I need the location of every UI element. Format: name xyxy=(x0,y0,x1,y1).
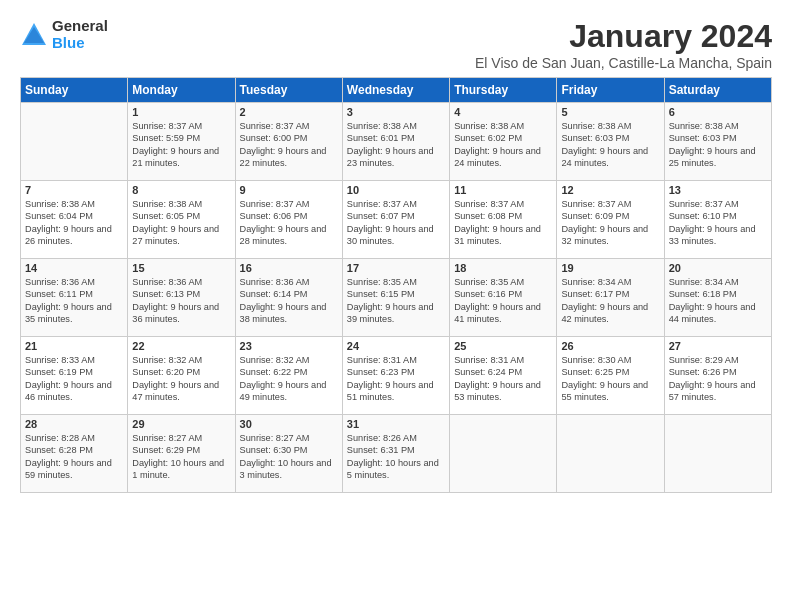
calendar-cell: 19Sunrise: 8:34 AM Sunset: 6:17 PM Dayli… xyxy=(557,259,664,337)
cell-content: Sunrise: 8:29 AM Sunset: 6:26 PM Dayligh… xyxy=(669,354,767,404)
calendar-cell: 9Sunrise: 8:37 AM Sunset: 6:06 PM Daylig… xyxy=(235,181,342,259)
cell-content: Sunrise: 8:37 AM Sunset: 5:59 PM Dayligh… xyxy=(132,120,230,170)
calendar-cell xyxy=(664,415,771,493)
day-number: 28 xyxy=(25,418,123,430)
calendar-cell xyxy=(21,103,128,181)
cell-content: Sunrise: 8:27 AM Sunset: 6:29 PM Dayligh… xyxy=(132,432,230,482)
logo-text: General Blue xyxy=(52,18,108,51)
day-number: 2 xyxy=(240,106,338,118)
title-area: January 2024 El Viso de San Juan, Castil… xyxy=(475,18,772,71)
week-row-0: 1Sunrise: 8:37 AM Sunset: 5:59 PM Daylig… xyxy=(21,103,772,181)
header-cell-sunday: Sunday xyxy=(21,78,128,103)
day-number: 29 xyxy=(132,418,230,430)
svg-marker-1 xyxy=(24,27,44,43)
calendar-cell: 17Sunrise: 8:35 AM Sunset: 6:15 PM Dayli… xyxy=(342,259,449,337)
day-number: 4 xyxy=(454,106,552,118)
month-title: January 2024 xyxy=(475,18,772,55)
header-row: SundayMondayTuesdayWednesdayThursdayFrid… xyxy=(21,78,772,103)
calendar-cell: 3Sunrise: 8:38 AM Sunset: 6:01 PM Daylig… xyxy=(342,103,449,181)
cell-content: Sunrise: 8:30 AM Sunset: 6:25 PM Dayligh… xyxy=(561,354,659,404)
cell-content: Sunrise: 8:37 AM Sunset: 6:06 PM Dayligh… xyxy=(240,198,338,248)
day-number: 23 xyxy=(240,340,338,352)
day-number: 11 xyxy=(454,184,552,196)
header-cell-thursday: Thursday xyxy=(450,78,557,103)
calendar-cell: 1Sunrise: 8:37 AM Sunset: 5:59 PM Daylig… xyxy=(128,103,235,181)
day-number: 17 xyxy=(347,262,445,274)
day-number: 8 xyxy=(132,184,230,196)
cell-content: Sunrise: 8:38 AM Sunset: 6:04 PM Dayligh… xyxy=(25,198,123,248)
calendar-cell: 26Sunrise: 8:30 AM Sunset: 6:25 PM Dayli… xyxy=(557,337,664,415)
calendar-cell: 30Sunrise: 8:27 AM Sunset: 6:30 PM Dayli… xyxy=(235,415,342,493)
logo-icon xyxy=(20,21,48,49)
calendar-cell: 7Sunrise: 8:38 AM Sunset: 6:04 PM Daylig… xyxy=(21,181,128,259)
calendar-cell: 12Sunrise: 8:37 AM Sunset: 6:09 PM Dayli… xyxy=(557,181,664,259)
day-number: 27 xyxy=(669,340,767,352)
cell-content: Sunrise: 8:36 AM Sunset: 6:13 PM Dayligh… xyxy=(132,276,230,326)
cell-content: Sunrise: 8:32 AM Sunset: 6:20 PM Dayligh… xyxy=(132,354,230,404)
calendar-cell: 11Sunrise: 8:37 AM Sunset: 6:08 PM Dayli… xyxy=(450,181,557,259)
day-number: 26 xyxy=(561,340,659,352)
calendar-cell: 4Sunrise: 8:38 AM Sunset: 6:02 PM Daylig… xyxy=(450,103,557,181)
day-number: 12 xyxy=(561,184,659,196)
day-number: 14 xyxy=(25,262,123,274)
day-number: 18 xyxy=(454,262,552,274)
calendar-cell xyxy=(450,415,557,493)
calendar-cell: 29Sunrise: 8:27 AM Sunset: 6:29 PM Dayli… xyxy=(128,415,235,493)
day-number: 9 xyxy=(240,184,338,196)
calendar-cell: 23Sunrise: 8:32 AM Sunset: 6:22 PM Dayli… xyxy=(235,337,342,415)
cell-content: Sunrise: 8:36 AM Sunset: 6:11 PM Dayligh… xyxy=(25,276,123,326)
cell-content: Sunrise: 8:37 AM Sunset: 6:09 PM Dayligh… xyxy=(561,198,659,248)
calendar-cell: 10Sunrise: 8:37 AM Sunset: 6:07 PM Dayli… xyxy=(342,181,449,259)
cell-content: Sunrise: 8:34 AM Sunset: 6:18 PM Dayligh… xyxy=(669,276,767,326)
header-cell-monday: Monday xyxy=(128,78,235,103)
cell-content: Sunrise: 8:31 AM Sunset: 6:23 PM Dayligh… xyxy=(347,354,445,404)
day-number: 15 xyxy=(132,262,230,274)
calendar-cell xyxy=(557,415,664,493)
cell-content: Sunrise: 8:38 AM Sunset: 6:03 PM Dayligh… xyxy=(561,120,659,170)
day-number: 21 xyxy=(25,340,123,352)
cell-content: Sunrise: 8:32 AM Sunset: 6:22 PM Dayligh… xyxy=(240,354,338,404)
logo-general: General xyxy=(52,18,108,35)
cell-content: Sunrise: 8:35 AM Sunset: 6:15 PM Dayligh… xyxy=(347,276,445,326)
day-number: 19 xyxy=(561,262,659,274)
cell-content: Sunrise: 8:36 AM Sunset: 6:14 PM Dayligh… xyxy=(240,276,338,326)
calendar-cell: 15Sunrise: 8:36 AM Sunset: 6:13 PM Dayli… xyxy=(128,259,235,337)
day-number: 30 xyxy=(240,418,338,430)
day-number: 24 xyxy=(347,340,445,352)
logo-blue: Blue xyxy=(52,35,108,52)
day-number: 1 xyxy=(132,106,230,118)
day-number: 22 xyxy=(132,340,230,352)
week-row-2: 14Sunrise: 8:36 AM Sunset: 6:11 PM Dayli… xyxy=(21,259,772,337)
day-number: 7 xyxy=(25,184,123,196)
calendar-cell: 28Sunrise: 8:28 AM Sunset: 6:28 PM Dayli… xyxy=(21,415,128,493)
cell-content: Sunrise: 8:38 AM Sunset: 6:01 PM Dayligh… xyxy=(347,120,445,170)
cell-content: Sunrise: 8:37 AM Sunset: 6:07 PM Dayligh… xyxy=(347,198,445,248)
day-number: 16 xyxy=(240,262,338,274)
header: General Blue January 2024 El Viso de San… xyxy=(20,18,772,71)
header-cell-tuesday: Tuesday xyxy=(235,78,342,103)
day-number: 31 xyxy=(347,418,445,430)
calendar-cell: 25Sunrise: 8:31 AM Sunset: 6:24 PM Dayli… xyxy=(450,337,557,415)
day-number: 13 xyxy=(669,184,767,196)
cell-content: Sunrise: 8:37 AM Sunset: 6:10 PM Dayligh… xyxy=(669,198,767,248)
calendar-cell: 24Sunrise: 8:31 AM Sunset: 6:23 PM Dayli… xyxy=(342,337,449,415)
cell-content: Sunrise: 8:38 AM Sunset: 6:05 PM Dayligh… xyxy=(132,198,230,248)
calendar-cell: 22Sunrise: 8:32 AM Sunset: 6:20 PM Dayli… xyxy=(128,337,235,415)
logo: General Blue xyxy=(20,18,108,51)
calendar-cell: 31Sunrise: 8:26 AM Sunset: 6:31 PM Dayli… xyxy=(342,415,449,493)
day-number: 5 xyxy=(561,106,659,118)
calendar-cell: 2Sunrise: 8:37 AM Sunset: 6:00 PM Daylig… xyxy=(235,103,342,181)
cell-content: Sunrise: 8:37 AM Sunset: 6:08 PM Dayligh… xyxy=(454,198,552,248)
calendar-cell: 16Sunrise: 8:36 AM Sunset: 6:14 PM Dayli… xyxy=(235,259,342,337)
week-row-4: 28Sunrise: 8:28 AM Sunset: 6:28 PM Dayli… xyxy=(21,415,772,493)
cell-content: Sunrise: 8:35 AM Sunset: 6:16 PM Dayligh… xyxy=(454,276,552,326)
day-number: 10 xyxy=(347,184,445,196)
cell-content: Sunrise: 8:38 AM Sunset: 6:03 PM Dayligh… xyxy=(669,120,767,170)
header-cell-wednesday: Wednesday xyxy=(342,78,449,103)
day-number: 6 xyxy=(669,106,767,118)
cell-content: Sunrise: 8:26 AM Sunset: 6:31 PM Dayligh… xyxy=(347,432,445,482)
location-title: El Viso de San Juan, Castille-La Mancha,… xyxy=(475,55,772,71)
calendar-cell: 8Sunrise: 8:38 AM Sunset: 6:05 PM Daylig… xyxy=(128,181,235,259)
week-row-3: 21Sunrise: 8:33 AM Sunset: 6:19 PM Dayli… xyxy=(21,337,772,415)
calendar-cell: 21Sunrise: 8:33 AM Sunset: 6:19 PM Dayli… xyxy=(21,337,128,415)
